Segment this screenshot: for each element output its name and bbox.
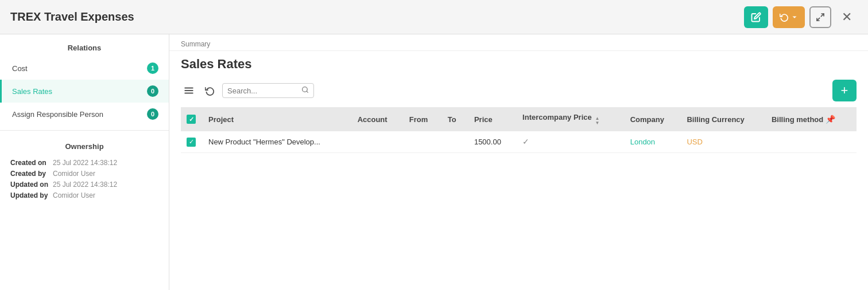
row-checkbox[interactable] xyxy=(187,138,196,147)
sidebar-item-assign-responsible-label: Assign Responsible Person xyxy=(12,110,147,119)
add-button[interactable]: + xyxy=(832,80,857,101)
header-checkbox-cell[interactable] xyxy=(181,107,202,131)
row-to xyxy=(441,131,467,152)
col-project: Project xyxy=(202,107,351,131)
header: TREX Travel Expenses xyxy=(0,0,868,34)
sidebar-item-assign-responsible-badge: 0 xyxy=(147,108,158,120)
edit-button[interactable] xyxy=(744,6,768,28)
sidebar-item-sales-rates-badge: 0 xyxy=(147,85,158,97)
right-panel: Summary Sales Rates xyxy=(169,34,868,290)
sidebar-item-cost-badge: 1 xyxy=(147,62,158,74)
row-billing-method xyxy=(765,131,857,152)
col-company: Company xyxy=(623,107,680,131)
col-billing-currency: Billing Currency xyxy=(680,107,765,131)
table-row[interactable]: New Product "Hermes" Develop... 1500.00 … xyxy=(181,131,857,152)
col-intercompany-price[interactable]: Intercompany Price ▲▼ xyxy=(516,107,623,131)
row-project: New Product "Hermes" Develop... xyxy=(202,131,351,152)
table-header-row: Project Account From To Price Intercompa… xyxy=(181,107,857,131)
updated-by-label: Updated by xyxy=(10,191,48,199)
pin-icon: 📌 xyxy=(826,115,835,124)
created-on-value: 25 Jul 2022 14:38:12 xyxy=(53,159,158,167)
row-account xyxy=(351,131,402,152)
relations-title: Relations xyxy=(0,34,169,57)
table-container: Project Account From To Price Intercompa… xyxy=(169,107,868,290)
search-box[interactable] xyxy=(222,83,314,98)
sidebar-item-cost[interactable]: Cost 1 xyxy=(0,57,169,80)
sidebar-item-sales-rates[interactable]: Sales Rates 0 xyxy=(0,80,169,103)
svg-line-6 xyxy=(307,91,308,92)
col-billing-method: Billing method 📌 xyxy=(765,107,857,131)
row-checkbox-cell[interactable] xyxy=(181,131,202,152)
ownership-info: Created on 25 Jul 2022 14:38:12 Created … xyxy=(0,156,169,206)
updated-by-value: Comidor User xyxy=(53,191,158,199)
app-title: TREX Travel Expenses xyxy=(10,10,134,23)
created-by-label: Created by xyxy=(10,170,48,178)
col-price: Price xyxy=(467,107,516,131)
sidebar-item-assign-responsible[interactable]: Assign Responsible Person 0 xyxy=(0,103,169,126)
col-from: From xyxy=(402,107,441,131)
created-by-value: Comidor User xyxy=(53,170,158,178)
row-billing-currency: USD xyxy=(680,131,765,152)
sales-rates-table: Project Account From To Price Intercompa… xyxy=(181,107,857,153)
header-actions: ✕ xyxy=(744,6,858,28)
main-content: Relations Cost 1 Sales Rates 0 Assign Re… xyxy=(0,34,868,290)
search-icon xyxy=(301,86,309,95)
sidebar-divider xyxy=(0,130,169,131)
panel-summary: Summary xyxy=(169,34,868,51)
close-button[interactable]: ✕ xyxy=(836,6,858,28)
expand-button[interactable] xyxy=(809,6,831,28)
toolbar: + xyxy=(169,76,868,107)
refresh-button[interactable] xyxy=(202,83,218,99)
row-price: 1500.00 xyxy=(467,131,516,152)
updated-on-label: Updated on xyxy=(10,181,48,189)
panel-title: Sales Rates xyxy=(169,51,868,76)
sort-icon: ▲▼ xyxy=(595,116,599,126)
sidebar: Relations Cost 1 Sales Rates 0 Assign Re… xyxy=(0,34,169,290)
app-window: TREX Travel Expenses xyxy=(0,0,868,290)
row-company: London xyxy=(623,131,680,152)
menu-button[interactable] xyxy=(181,83,197,99)
search-input[interactable] xyxy=(227,87,298,95)
ownership-title: Ownership xyxy=(0,135,169,156)
col-account: Account xyxy=(351,107,402,131)
row-from xyxy=(402,131,441,152)
created-on-label: Created on xyxy=(10,159,48,167)
sidebar-item-sales-rates-label: Sales Rates xyxy=(12,87,147,96)
sidebar-item-cost-label: Cost xyxy=(12,64,147,73)
updated-on-value: 25 Jul 2022 14:38:12 xyxy=(53,181,158,189)
row-intercompany-price: ✓ xyxy=(516,131,623,152)
col-to: To xyxy=(441,107,467,131)
workflow-button[interactable] xyxy=(773,6,805,28)
header-checkbox[interactable] xyxy=(187,115,196,124)
